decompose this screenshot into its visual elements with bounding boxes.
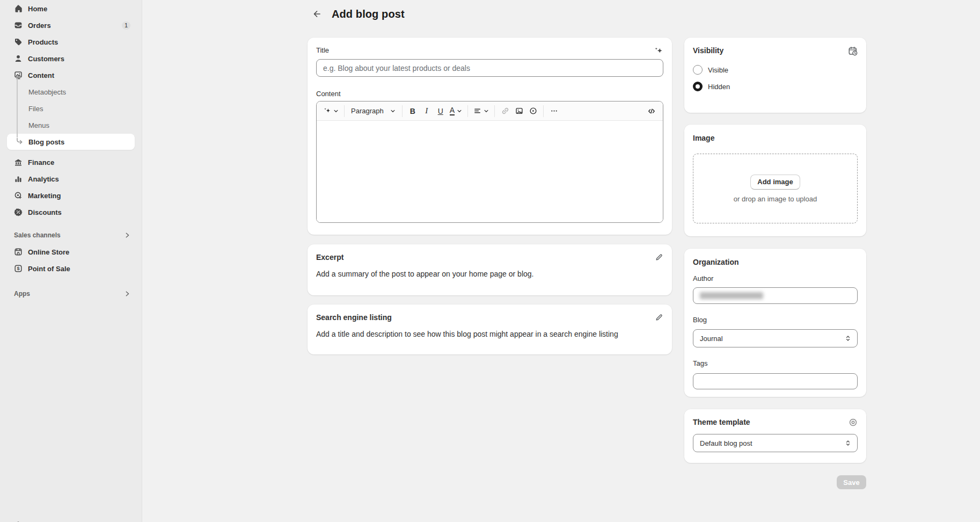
sidebar-item-files[interactable]: Files xyxy=(7,100,135,117)
sidebar-item-orders[interactable]: Orders 1 xyxy=(7,17,135,33)
sidebar-item-label: Marketing xyxy=(28,192,61,200)
sales-channels-header[interactable]: Sales channels xyxy=(7,227,135,243)
add-image-button[interactable]: Add image xyxy=(750,175,800,190)
visibility-option-hidden[interactable]: Hidden xyxy=(693,82,858,91)
preview-theme-button[interactable] xyxy=(849,418,858,427)
excerpt-description: Add a summary of the post to appear on y… xyxy=(316,270,663,278)
sidebar-item-point-of-sale[interactable]: $ Point of Sale xyxy=(7,260,135,277)
theme-template-select[interactable]: Default blog post xyxy=(693,434,858,452)
save-button[interactable]: Save xyxy=(837,475,866,489)
svg-text:$: $ xyxy=(17,266,19,271)
pencil-icon xyxy=(655,313,663,322)
sidebar-item-label: Online Store xyxy=(28,248,69,256)
blog-select[interactable]: Journal xyxy=(693,329,858,347)
title-content-card: Title Content xyxy=(308,38,672,235)
editor-toolbar: Paragraph B I U A xyxy=(317,102,663,121)
schedule-visibility-button[interactable] xyxy=(848,46,858,56)
sidebar-item-blog-posts[interactable]: Blog posts xyxy=(7,134,135,150)
sidebar-item-finance[interactable]: Finance xyxy=(7,154,135,170)
select-updown-icon xyxy=(844,335,852,342)
content-label: Content xyxy=(316,90,663,98)
marketing-target-icon xyxy=(14,191,23,200)
image-dropzone[interactable]: Add image or drop an image to upload xyxy=(693,154,858,223)
chevron-down-icon xyxy=(333,108,339,114)
sidebar-item-label: Content xyxy=(28,71,54,79)
sidebar-item-metaobjects[interactable]: Metaobjects xyxy=(7,84,135,100)
sidebar-item-label: Files xyxy=(28,105,43,113)
ai-sparkle-icon xyxy=(654,46,663,56)
save-row: Save xyxy=(684,475,866,489)
toolbar-divider xyxy=(494,105,495,117)
sidebar: Home Orders 1 Products Customers Content… xyxy=(0,0,142,522)
italic-button[interactable]: I xyxy=(420,104,434,118)
sidebar-item-label: Discounts xyxy=(28,208,62,216)
sidebar-item-label: Products xyxy=(28,38,58,46)
author-label: Author xyxy=(693,274,858,282)
author-input[interactable] xyxy=(693,287,858,304)
apps-header[interactable]: Apps xyxy=(7,286,135,302)
code-view-button[interactable] xyxy=(645,104,659,118)
insert-image-button[interactable] xyxy=(512,104,526,118)
content-editor-area[interactable] xyxy=(317,121,663,223)
title-label: Title xyxy=(316,46,329,54)
sidebar-item-analytics[interactable]: Analytics xyxy=(7,171,135,187)
sidebar-item-home[interactable]: Home xyxy=(7,1,135,17)
chevron-down-icon xyxy=(457,108,462,114)
ai-sparkle-icon xyxy=(323,107,331,115)
home-icon xyxy=(14,4,23,13)
products-tag-icon xyxy=(14,38,23,46)
blog-label: Blog xyxy=(693,316,858,324)
edit-seo-button[interactable] xyxy=(655,313,663,322)
visibility-option-visible[interactable]: Visible xyxy=(693,65,858,75)
title-input[interactable] xyxy=(316,59,663,77)
rich-text-editor: Paragraph B I U A xyxy=(316,101,663,223)
sidebar-item-online-store[interactable]: Online Store xyxy=(7,244,135,260)
insert-link-button[interactable] xyxy=(498,104,512,118)
author-redacted-value xyxy=(700,292,763,299)
insert-video-button[interactable] xyxy=(526,104,540,118)
chevron-down-icon xyxy=(484,108,489,114)
right-column: Visibility Visible Hidden Image Add imag… xyxy=(684,38,866,489)
more-options-button[interactable] xyxy=(547,104,561,118)
main-column: Title Content xyxy=(308,38,672,354)
sidebar-item-discounts[interactable]: Discounts xyxy=(7,204,135,220)
tags-input[interactable] xyxy=(693,373,858,389)
sidebar-item-customers[interactable]: Customers xyxy=(7,50,135,67)
seo-heading: Search engine listing xyxy=(316,313,392,322)
sidebar-item-menus[interactable]: Menus xyxy=(7,117,135,133)
ai-generate-title-button[interactable] xyxy=(654,46,663,56)
theme-template-card: Theme template Default blog post xyxy=(684,409,866,463)
sidebar-item-label: Blog posts xyxy=(28,138,64,146)
discounts-badge-icon xyxy=(14,208,23,216)
image-icon xyxy=(515,107,523,115)
radio-unselected xyxy=(693,65,703,75)
image-heading: Image xyxy=(693,134,714,142)
text-color-button[interactable]: A xyxy=(448,104,464,118)
back-button[interactable] xyxy=(309,6,324,21)
sidebar-item-marketing[interactable]: Marketing xyxy=(7,187,135,204)
content-media-icon xyxy=(14,71,23,79)
visibility-card: Visibility Visible Hidden xyxy=(684,38,866,113)
seo-description: Add a title and description to see how t… xyxy=(316,330,663,338)
ellipsis-icon xyxy=(550,107,558,115)
orders-icon xyxy=(14,21,23,30)
sidebar-item-label: Menus xyxy=(28,121,49,129)
paragraph-style-dropdown[interactable]: Paragraph xyxy=(348,104,399,118)
theme-template-value: Default blog post xyxy=(700,439,752,447)
sidebar-item-label: Finance xyxy=(28,158,54,166)
select-updown-icon xyxy=(844,439,852,447)
bold-button[interactable]: B xyxy=(406,104,420,118)
chevron-down-icon xyxy=(390,108,396,114)
alignment-dropdown[interactable] xyxy=(471,104,491,118)
sidebar-item-label: Metaobjects xyxy=(28,88,66,96)
edit-excerpt-button[interactable] xyxy=(655,253,663,262)
sidebar-item-label: Orders xyxy=(28,21,51,30)
view-icon xyxy=(849,418,858,427)
underline-button[interactable]: U xyxy=(434,104,448,118)
sidebar-item-label: Analytics xyxy=(28,175,59,183)
sidebar-item-content[interactable]: Content xyxy=(7,67,135,83)
content-tree-line xyxy=(17,78,18,137)
sidebar-item-products[interactable]: Products xyxy=(7,34,135,50)
ai-assistant-button[interactable] xyxy=(321,104,341,118)
sidebar-item-settings[interactable]: Settings xyxy=(7,517,135,522)
